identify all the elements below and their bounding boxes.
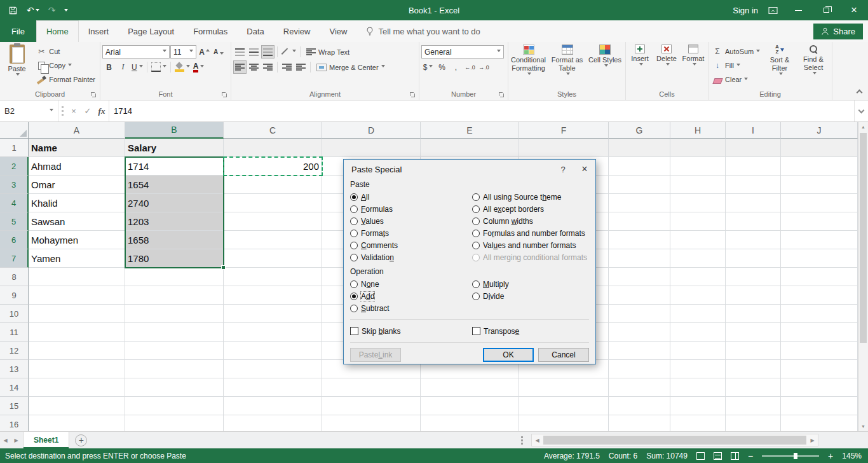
- cell-g13[interactable]: [609, 360, 670, 378]
- fill-color-button[interactable]: [173, 60, 191, 74]
- cell-i6[interactable]: [726, 231, 781, 249]
- vertical-scrollbar[interactable]: ▲ ▼: [858, 122, 868, 431]
- formula-bar-expand-button[interactable]: [854, 100, 868, 121]
- checkbox-transpose[interactable]: Transpose: [472, 325, 589, 337]
- cell-c15[interactable]: [224, 397, 322, 415]
- radio-subtract[interactable]: Subtract: [350, 302, 472, 314]
- cell-g5[interactable]: [609, 212, 670, 231]
- comma-style-button[interactable]: ,: [449, 60, 463, 74]
- radio-formulas-and-number-formats[interactable]: Formulas and number formats: [472, 227, 589, 239]
- cell-h1[interactable]: [670, 139, 726, 157]
- normal-view-button[interactable]: [696, 452, 705, 460]
- fill-button[interactable]: ↓Fill: [709, 59, 763, 73]
- cell-g8[interactable]: [609, 268, 670, 286]
- cell-j3[interactable]: [781, 176, 858, 194]
- cell-c5[interactable]: [224, 212, 322, 231]
- cell-i10[interactable]: [726, 305, 781, 323]
- row-header-6[interactable]: 6: [0, 231, 29, 249]
- cell-h13[interactable]: [670, 360, 726, 378]
- radio-formats[interactable]: Formats: [350, 227, 472, 239]
- cell-i8[interactable]: [726, 268, 781, 286]
- borders-button[interactable]: [150, 60, 168, 74]
- cell-j4[interactable]: [781, 194, 858, 212]
- cell-g2[interactable]: [609, 157, 670, 176]
- zoom-level[interactable]: 145%: [842, 452, 862, 460]
- new-sheet-button[interactable]: +: [75, 434, 87, 446]
- cell-j10[interactable]: [781, 305, 858, 323]
- cell-i4[interactable]: [726, 194, 781, 212]
- cell-e16[interactable]: [421, 415, 519, 431]
- align-left-button[interactable]: [233, 60, 247, 74]
- radio-divide[interactable]: Divide: [472, 290, 589, 302]
- dialog-close-button[interactable]: ×: [574, 160, 595, 179]
- cell-h8[interactable]: [670, 268, 726, 286]
- middle-align-button[interactable]: [247, 45, 261, 59]
- row-header-11[interactable]: 11: [0, 323, 29, 342]
- alignment-dialog-launcher-icon[interactable]: [410, 92, 416, 98]
- row-header-16[interactable]: 16: [0, 415, 29, 431]
- autosum-button[interactable]: ΣAutoSum: [709, 45, 763, 59]
- radio-validation[interactable]: Validation: [350, 251, 472, 263]
- tab-page-layout[interactable]: Page Layout: [118, 20, 184, 42]
- tab-data[interactable]: Data: [237, 20, 273, 42]
- radio-add[interactable]: Add: [350, 290, 472, 302]
- insert-cells-button[interactable]: Insert: [627, 43, 653, 88]
- page-break-view-button[interactable]: [731, 452, 739, 460]
- sheet-nav-left-button[interactable]: ◀: [0, 432, 11, 448]
- cell-j12[interactable]: [781, 342, 858, 360]
- cell-h10[interactable]: [670, 305, 726, 323]
- cell-h6[interactable]: [670, 231, 726, 249]
- cell-h14[interactable]: [670, 378, 726, 397]
- row-header-3[interactable]: 3: [0, 176, 29, 194]
- cell-j1[interactable]: [781, 139, 858, 157]
- cell-e1[interactable]: [421, 139, 519, 157]
- cell-c16[interactable]: [224, 415, 322, 431]
- minimize-button[interactable]: [784, 0, 812, 20]
- insert-function-button[interactable]: fx: [95, 100, 109, 121]
- cell-b9[interactable]: [125, 286, 224, 305]
- row-header-7[interactable]: 7: [0, 249, 29, 268]
- customize-qat-button[interactable]: [60, 0, 72, 20]
- cell-e14[interactable]: [421, 378, 519, 397]
- font-name-combo[interactable]: Arial: [102, 45, 170, 59]
- cell-j16[interactable]: [781, 415, 858, 431]
- cell-b2[interactable]: 1714: [125, 157, 224, 176]
- formula-bar-grip[interactable]: [62, 106, 64, 116]
- cell-d14[interactable]: [322, 378, 421, 397]
- cell-a12[interactable]: [29, 342, 125, 360]
- close-button[interactable]: ×: [840, 0, 868, 20]
- italic-button[interactable]: I: [116, 60, 130, 74]
- cell-i13[interactable]: [726, 360, 781, 378]
- cell-g6[interactable]: [609, 231, 670, 249]
- page-layout-view-button[interactable]: [714, 452, 722, 460]
- radio-values-and-number-formats[interactable]: Values and number formats: [472, 239, 589, 251]
- conditional-formatting-button[interactable]: Conditional Formatting: [509, 43, 548, 88]
- font-dialog-launcher-icon[interactable]: [222, 92, 227, 98]
- tab-scroll-splitter[interactable]: [521, 436, 523, 445]
- cell-j8[interactable]: [781, 268, 858, 286]
- cell-b7[interactable]: 1780: [125, 249, 224, 268]
- wrap-text-button[interactable]: Wrap Text: [303, 45, 353, 59]
- cell-g15[interactable]: [609, 397, 670, 415]
- decrease-indent-button[interactable]: [280, 60, 294, 74]
- cell-h15[interactable]: [670, 397, 726, 415]
- number-dialog-launcher-icon[interactable]: [499, 92, 505, 98]
- zoom-in-button[interactable]: +: [828, 451, 833, 461]
- font-size-combo[interactable]: 11: [170, 45, 196, 59]
- radio-all-using-source-theme[interactable]: All using Source theme: [472, 191, 589, 203]
- cell-b12[interactable]: [125, 342, 224, 360]
- underline-button[interactable]: U: [130, 60, 144, 74]
- row-header-15[interactable]: 15: [0, 397, 29, 415]
- cell-c13[interactable]: [224, 360, 322, 378]
- row-header-12[interactable]: 12: [0, 342, 29, 360]
- cell-h5[interactable]: [670, 212, 726, 231]
- cell-a7[interactable]: Yamen: [29, 249, 125, 268]
- cell-b16[interactable]: [125, 415, 224, 431]
- decrease-decimal-button[interactable]: →.0: [477, 60, 491, 74]
- cell-h12[interactable]: [670, 342, 726, 360]
- cell-c1[interactable]: [224, 139, 322, 157]
- font-color-button[interactable]: A: [192, 60, 206, 74]
- cell-a5[interactable]: Sawsan: [29, 212, 125, 231]
- radio-all-except-borders[interactable]: All except borders: [472, 203, 589, 215]
- cell-a13[interactable]: [29, 360, 125, 378]
